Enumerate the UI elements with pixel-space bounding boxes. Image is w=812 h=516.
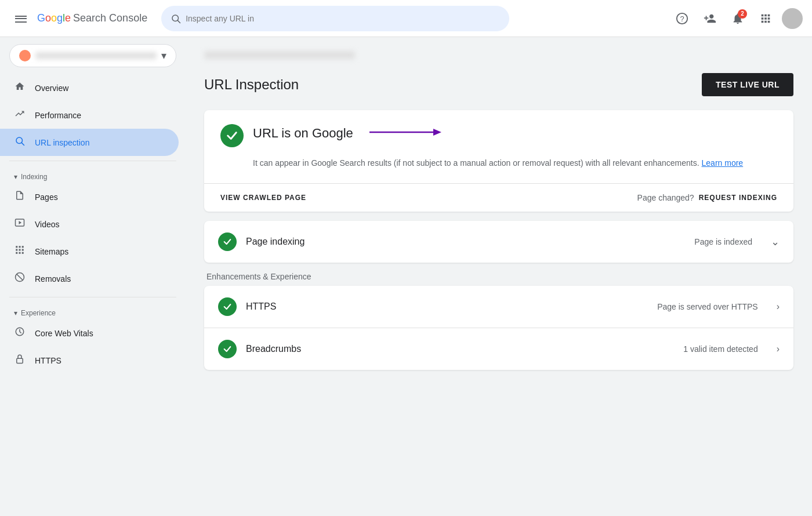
page-header: URL Inspection TEST LIVE URL: [204, 73, 793, 96]
divider-2: [9, 297, 176, 297]
https-expand-icon: ›: [777, 301, 780, 312]
core-web-vitals-icon: [14, 326, 26, 340]
app-name: Search Console: [73, 12, 147, 24]
indexing-checkmark-icon: [223, 237, 232, 246]
indexing-expand-icon: ⌄: [771, 235, 780, 248]
breadcrumbs-check-icon: [218, 340, 237, 358]
sidebar-label-sitemaps: Sitemaps: [35, 247, 68, 256]
enhancements-card: HTTPS Page is served over HTTPS › Breadc…: [204, 286, 793, 370]
page-indexing-label: Page indexing: [246, 237, 685, 247]
page-title: URL Inspection: [204, 77, 299, 93]
sidebar-item-removals[interactable]: Removals: [0, 265, 179, 292]
https-label: HTTPS: [246, 301, 648, 312]
top-header: Google Search Console ? 2: [0, 0, 812, 37]
status-description: It can appear in Google Search results (…: [253, 157, 777, 169]
card-actions: VIEW CRAWLED PAGE Page changed? REQUEST …: [204, 183, 793, 212]
section-header-indexing[interactable]: ▾ Indexing: [0, 166, 186, 183]
https-icon: [14, 354, 26, 367]
svg-line-1: [178, 20, 180, 23]
menu-icon[interactable]: [9, 7, 32, 30]
user-settings-icon-btn[interactable]: [698, 7, 722, 30]
view-crawled-page-link[interactable]: VIEW CRAWLED PAGE: [220, 194, 306, 202]
sidebar-label-removals: Removals: [35, 274, 71, 284]
pages-icon: [14, 190, 26, 204]
status-header: URL is on Google: [220, 124, 777, 147]
section-header-experience[interactable]: ▾ Experience: [0, 302, 186, 319]
test-live-url-button[interactable]: TEST LIVE URL: [702, 73, 793, 96]
app-logo: Google Search Console: [37, 12, 147, 24]
sidebar-label-url-inspection: URL inspection: [35, 138, 89, 147]
action-right: Page changed? REQUEST INDEXING: [637, 193, 777, 202]
indexing-chevron-icon: ▾: [14, 173, 17, 181]
status-title: URL is on Google: [253, 126, 353, 141]
checkmark-icon: [226, 129, 238, 142]
status-title-row: URL is on Google: [253, 124, 445, 142]
learn-more-link[interactable]: Learn more: [702, 158, 744, 168]
request-indexing-link[interactable]: REQUEST INDEXING: [699, 194, 777, 202]
property-icon: [19, 50, 31, 61]
https-enhancement-row[interactable]: HTTPS Page is served over HTTPS ›: [204, 286, 793, 328]
sidebar-label-pages: Pages: [35, 192, 58, 202]
page-changed-label: Page changed?: [637, 193, 694, 202]
https-value: Page is served over HTTPS: [657, 302, 758, 311]
sidebar: ▾ Overview Performance URL inspection: [0, 37, 186, 516]
page-indexing-row[interactable]: Page indexing Page is indexed ⌄: [204, 221, 793, 263]
divider-1: [9, 161, 176, 161]
sidebar-item-sitemaps[interactable]: Sitemaps: [0, 238, 179, 265]
main-layout: ▾ Overview Performance URL inspection: [0, 37, 812, 516]
breadcrumb: [204, 51, 355, 59]
sidebar-item-https[interactable]: HTTPS: [0, 347, 179, 374]
breadcrumbs-value: 1 valid item detected: [683, 344, 757, 354]
url-inspection-icon: [14, 136, 26, 149]
main-content: URL Inspection TEST LIVE URL URL is on G…: [186, 37, 812, 516]
breadcrumbs-label: Breadcrumbs: [246, 344, 674, 354]
search-input[interactable]: [186, 14, 500, 23]
removals-icon: [14, 272, 26, 285]
sidebar-label-videos: Videos: [35, 220, 60, 229]
avatar[interactable]: [782, 8, 803, 29]
search-icon: [171, 13, 181, 24]
arrow-annotation: [369, 124, 445, 142]
sidebar-item-url-inspection[interactable]: URL inspection: [0, 129, 179, 156]
page-indexing-card: Page indexing Page is indexed ⌄: [204, 221, 793, 263]
sidebar-label-overview: Overview: [35, 83, 68, 93]
page-indexing-status: Page is indexed: [694, 237, 752, 246]
sidebar-item-overview[interactable]: Overview: [0, 74, 179, 101]
sidebar-item-pages[interactable]: Pages: [0, 183, 179, 210]
sidebar-item-performance[interactable]: Performance: [0, 101, 179, 129]
header-actions: ? 2: [670, 7, 803, 30]
apps-icon-btn[interactable]: [754, 7, 777, 30]
breadcrumbs-checkmark-icon: [223, 344, 232, 354]
help-icon: ?: [676, 12, 688, 25]
check-icon: [220, 124, 244, 147]
notification-icon-btn[interactable]: 2: [726, 7, 749, 30]
section-label-indexing: Indexing: [21, 173, 47, 181]
sitemaps-icon: [14, 245, 26, 258]
home-icon: [14, 81, 26, 95]
experience-chevron-icon: ▾: [14, 309, 17, 317]
sidebar-item-core-web-vitals[interactable]: Core Web Vitals: [0, 319, 179, 347]
https-check-icon: [218, 297, 237, 316]
arrow-svg: [369, 124, 445, 140]
sidebar-label-https: HTTPS: [35, 356, 61, 365]
svg-marker-13: [433, 129, 441, 136]
svg-line-9: [17, 274, 23, 281]
performance-icon: [14, 108, 26, 122]
svg-marker-7: [19, 221, 22, 224]
google-wordmark: Google: [37, 12, 71, 24]
status-title-container: URL is on Google: [253, 124, 445, 142]
svg-line-5: [21, 143, 24, 145]
breadcrumbs-enhancement-row[interactable]: Breadcrumbs 1 valid item detected ›: [204, 328, 793, 370]
help-icon-btn[interactable]: ?: [670, 7, 694, 30]
apps-icon: [759, 12, 772, 25]
sidebar-item-videos[interactable]: Videos: [0, 210, 179, 238]
property-selector[interactable]: ▾: [9, 44, 176, 67]
property-name: [35, 52, 157, 59]
svg-text:?: ?: [680, 14, 684, 23]
url-search-bar[interactable]: [161, 6, 509, 31]
indexing-check-icon: [218, 232, 237, 251]
breadcrumbs-expand-icon: ›: [777, 344, 780, 354]
sidebar-label-performance: Performance: [35, 111, 81, 120]
notification-badge: 2: [738, 9, 747, 19]
property-dropdown-icon: ▾: [161, 49, 166, 62]
